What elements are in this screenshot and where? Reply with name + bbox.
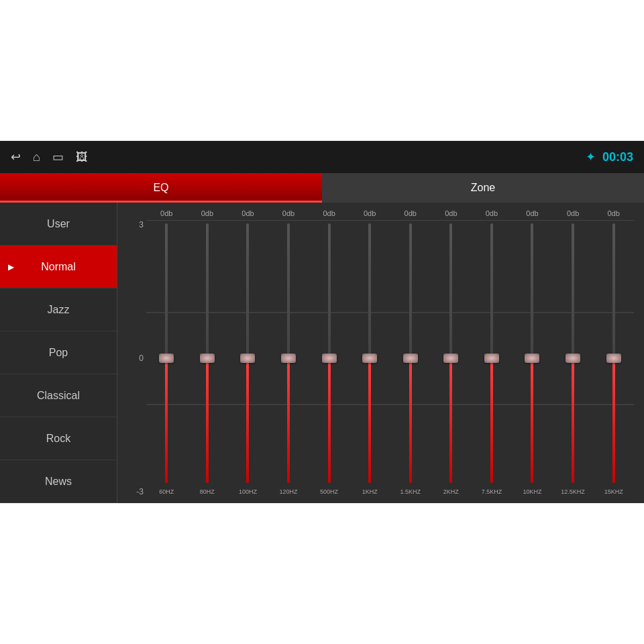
slider-thumb-120hz[interactable] bbox=[281, 354, 296, 363]
tab-bar: EQ Zone bbox=[0, 173, 644, 203]
eq-slider-col-7.5khz: 7.5KHZ bbox=[472, 220, 513, 496]
top-bar-right: ✦ 00:03 bbox=[586, 150, 633, 164]
top-bar-left: ↩ ⌂ ▭ 🖼 bbox=[11, 150, 88, 164]
slider-freq-label-5: 1KHZ bbox=[362, 488, 378, 495]
slider-track-fill-3 bbox=[287, 354, 290, 484]
slider-freq-label-8: 7.5KHZ bbox=[482, 488, 502, 495]
sidebar-item-classical[interactable]: Classical bbox=[0, 374, 117, 417]
slider-freq-label-10: 12.5KHZ bbox=[561, 488, 585, 495]
eq-slider-col-100hz: 100HZ bbox=[227, 220, 268, 496]
slider-freq-label-6: 1.5KHZ bbox=[400, 488, 421, 495]
eq-db-100hz: 0db bbox=[227, 209, 268, 217]
slider-thumb-60hz[interactable] bbox=[159, 354, 174, 363]
sidebar-item-user[interactable]: User bbox=[0, 203, 117, 246]
sidebar-item-pop[interactable]: Pop bbox=[0, 331, 117, 374]
eq-grid: 3 0 -3 60HZ80HZ100HZ120HZ500HZ1KHZ1.5KHZ… bbox=[127, 220, 634, 496]
eq-db-60hz: 0db bbox=[146, 209, 187, 217]
eq-slider-col-500hz: 500HZ bbox=[309, 220, 350, 496]
slider-thumb-15khz[interactable] bbox=[606, 354, 621, 363]
sidebar-item-jazz[interactable]: Jazz bbox=[0, 288, 117, 331]
slider-track-fill-7 bbox=[449, 354, 452, 484]
sidebar-item-rock[interactable]: Rock bbox=[0, 417, 117, 460]
play-indicator: ▶ bbox=[8, 262, 14, 272]
image-icon[interactable]: 🖼 bbox=[76, 150, 88, 164]
eq-db-80hz: 0db bbox=[187, 209, 228, 217]
top-bar: ↩ ⌂ ▭ 🖼 ✦ 00:03 bbox=[0, 141, 644, 173]
slider-thumb-10khz[interactable] bbox=[525, 354, 539, 363]
slider-thumb-2khz[interactable] bbox=[443, 354, 458, 363]
eq-slider-col-2khz: 2KHZ bbox=[431, 220, 472, 496]
eq-db-15khz: 0db bbox=[593, 209, 634, 217]
eq-slider-col-10khz: 10KHZ bbox=[512, 220, 553, 496]
time-display: 00:03 bbox=[602, 150, 633, 164]
slider-track-fill-9 bbox=[531, 354, 533, 484]
sidebar: User ▶ Normal Jazz Pop Classical Rock Ne… bbox=[0, 203, 117, 503]
sidebar-item-normal[interactable]: ▶ Normal bbox=[0, 246, 117, 288]
slider-thumb-12.5khz[interactable] bbox=[566, 354, 580, 363]
eq-db-10khz: 0db bbox=[512, 209, 553, 217]
slider-track-fill-4 bbox=[328, 354, 331, 484]
main-content: User ▶ Normal Jazz Pop Classical Rock Ne… bbox=[0, 203, 644, 503]
slider-track-fill-5 bbox=[368, 354, 371, 484]
slider-thumb-7.5khz[interactable] bbox=[484, 354, 499, 363]
slider-freq-label-4: 500HZ bbox=[320, 488, 338, 495]
sidebar-item-news[interactable]: News bbox=[0, 460, 117, 503]
eq-db-2khz: 0db bbox=[431, 209, 472, 217]
eq-slider-col-120hz: 120HZ bbox=[268, 220, 309, 496]
slider-thumb-100hz[interactable] bbox=[240, 354, 255, 363]
slider-freq-label-0: 60HZ bbox=[159, 488, 174, 495]
eq-db-12p5khz: 0db bbox=[553, 209, 594, 217]
eq-slider-col-80hz: 80HZ bbox=[187, 220, 228, 496]
eq-slider-col-60hz: 60HZ bbox=[146, 220, 187, 496]
slider-track-fill-10 bbox=[572, 354, 574, 484]
eq-sliders: 60HZ80HZ100HZ120HZ500HZ1KHZ1.5KHZ2KHZ7.5… bbox=[146, 220, 634, 496]
eq-db-1p5khz: 0db bbox=[390, 209, 431, 217]
slider-thumb-1.5khz[interactable] bbox=[403, 354, 418, 363]
slider-track-fill-11 bbox=[612, 354, 615, 484]
slider-freq-label-7: 2KHZ bbox=[443, 488, 459, 495]
slider-thumb-80hz[interactable] bbox=[200, 354, 215, 363]
eq-slider-col-1khz: 1KHZ bbox=[350, 220, 390, 496]
bluetooth-icon: ✦ bbox=[586, 150, 596, 164]
slider-freq-label-3: 120HZ bbox=[280, 488, 298, 495]
tab-eq[interactable]: EQ bbox=[0, 173, 322, 203]
slider-track-fill-8 bbox=[490, 354, 493, 484]
eq-db-500hz: 0db bbox=[309, 209, 350, 217]
home-icon[interactable]: ⌂ bbox=[33, 150, 40, 164]
slider-freq-label-9: 10KHZ bbox=[523, 488, 541, 495]
eq-db-7p5khz: 0db bbox=[472, 209, 513, 217]
main-screen: ↩ ⌂ ▭ 🖼 ✦ 00:03 EQ Zone User ▶ Normal bbox=[0, 141, 644, 503]
slider-freq-label-11: 15KHZ bbox=[604, 488, 623, 495]
eq-db-120hz: 0db bbox=[268, 209, 309, 217]
eq-db-1khz: 0db bbox=[350, 209, 390, 217]
screen-icon[interactable]: ▭ bbox=[52, 150, 64, 164]
eq-scale: 3 0 -3 bbox=[127, 220, 146, 496]
slider-track-fill-1 bbox=[206, 354, 209, 484]
slider-track-fill-2 bbox=[246, 354, 249, 484]
tab-zone[interactable]: Zone bbox=[322, 173, 644, 203]
slider-track-fill-0 bbox=[165, 354, 168, 484]
eq-slider-col-15khz: 15KHZ bbox=[593, 220, 634, 496]
eq-area: 0db 0db 0db 0db 0db 0db 0db 0db 0db 0db … bbox=[117, 203, 644, 503]
eq-slider-col-12.5khz: 12.5KHZ bbox=[553, 220, 594, 496]
back-icon[interactable]: ↩ bbox=[11, 150, 21, 164]
eq-slider-col-1.5khz: 1.5KHZ bbox=[390, 220, 431, 496]
slider-freq-label-1: 80HZ bbox=[200, 488, 215, 495]
eq-db-labels: 0db 0db 0db 0db 0db 0db 0db 0db 0db 0db … bbox=[127, 209, 634, 217]
slider-track-fill-6 bbox=[409, 354, 412, 484]
slider-thumb-1khz[interactable] bbox=[362, 354, 377, 363]
slider-thumb-500hz[interactable] bbox=[322, 354, 337, 363]
slider-freq-label-2: 100HZ bbox=[239, 488, 257, 495]
